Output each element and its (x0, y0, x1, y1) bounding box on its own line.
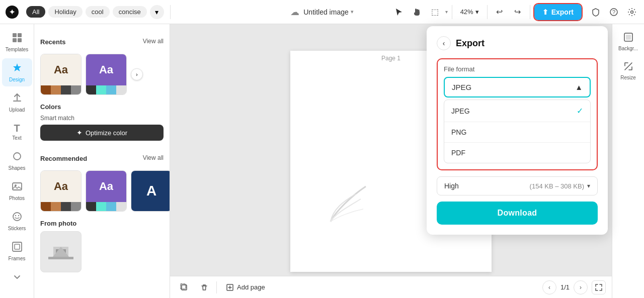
format-option-png[interactable]: PNG (444, 122, 590, 142)
view-all-recents[interactable]: View all (143, 38, 164, 45)
svg-point-17 (18, 215, 19, 216)
svg-rect-10 (13, 38, 17, 42)
shield-icon[interactable] (588, 4, 604, 20)
duplicate-page-button[interactable] (176, 279, 192, 295)
frames-icon (12, 241, 23, 255)
sidebar-item-text[interactable]: T Text (2, 119, 32, 145)
doc-title-arrow-icon: ▾ (351, 9, 354, 15)
select-tool-button[interactable] (391, 4, 407, 20)
recent-card-2[interactable]: Aa (86, 54, 127, 95)
export-upload-icon: ⬆ (542, 8, 548, 16)
recommended-title: Recommended (40, 155, 87, 162)
export-panel: ‹ Export File format JPEG ▲ JPEG ✓ PNG P… (427, 26, 608, 235)
sidebar-item-design[interactable]: Design (2, 58, 32, 86)
topbar-right-icons: ? (588, 4, 640, 20)
left-sidebar: Templates Design Upload T Text (0, 24, 34, 298)
more-icon (12, 271, 23, 285)
svg-rect-29 (626, 35, 631, 40)
recents-next-button[interactable]: › (131, 68, 143, 80)
svg-rect-18 (13, 242, 22, 251)
sidebar-item-shapes[interactable]: Shapes (2, 147, 32, 175)
format-option-jpeg[interactable]: JPEG ✓ (444, 100, 590, 122)
export-back-button[interactable]: ‹ (437, 36, 451, 50)
sidebar-item-stickers[interactable]: Stickers (2, 207, 32, 235)
right-sidebar-background[interactable]: Backgr... (614, 28, 642, 55)
redo-button[interactable]: ↪ (510, 4, 526, 20)
recommended-card-2[interactable]: Aa (86, 170, 127, 212)
zoom-control[interactable]: 42% ▾ (456, 6, 483, 18)
format-option-pdf[interactable]: PDF (444, 143, 590, 163)
optimize-icon: ✦ (76, 129, 83, 137)
tag-all[interactable]: All (26, 6, 45, 18)
sidebar-label-shapes: Shapes (9, 165, 26, 171)
sidebar-label-design: Design (9, 77, 25, 82)
divider-1 (170, 5, 171, 19)
hand-tool-button[interactable] (409, 4, 425, 20)
svg-point-12 (14, 153, 21, 160)
recommended-card-3[interactable]: A (131, 170, 170, 212)
file-format-label: File format (444, 65, 591, 73)
sidebar-item-frames[interactable]: Frames (2, 237, 32, 265)
prev-page-button[interactable]: ‹ (542, 280, 556, 294)
settings-icon[interactable] (624, 4, 640, 20)
divider-2 (452, 5, 452, 19)
zoom-arrow-icon: ▾ (475, 8, 479, 16)
divider-3 (487, 5, 488, 19)
colors-title: Colors (40, 103, 164, 111)
tag-more-button[interactable]: ▾ (150, 5, 164, 19)
next-page-button[interactable]: › (574, 280, 588, 294)
svg-point-15 (13, 213, 21, 221)
sidebar-label-text: Text (12, 135, 21, 141)
sidebar-label-photos: Photos (9, 195, 25, 201)
redo-icon: ↪ (514, 7, 521, 17)
topbar-center: ☁ Untitled image ▾ (290, 7, 354, 18)
resize-icon (623, 61, 633, 74)
templates-icon (12, 32, 23, 46)
sidebar-label-upload: Upload (9, 107, 25, 113)
selected-format-label: JPEG (452, 83, 471, 91)
sidebar-item-upload[interactable]: Upload (2, 88, 32, 117)
undo-button[interactable]: ↩ (492, 4, 508, 20)
download-button[interactable]: Download (437, 202, 598, 225)
frame-tool-button[interactable]: ⬚ (427, 4, 443, 20)
delete-page-button[interactable] (196, 279, 212, 295)
add-page-button[interactable]: Add page (221, 280, 270, 294)
tag-cool[interactable]: cool (86, 6, 110, 18)
sidebar-item-more[interactable] (2, 267, 32, 289)
svg-text:?: ? (612, 9, 615, 15)
stickers-icon (12, 211, 23, 225)
sidebar-item-templates[interactable]: Templates (2, 28, 32, 56)
right-sidebar: Backgr... Resize (612, 24, 644, 298)
svg-point-7 (631, 11, 633, 13)
svg-rect-11 (18, 38, 22, 42)
svg-rect-8 (13, 33, 17, 37)
logo-icon: ✦ (4, 4, 20, 20)
svg-rect-24 (48, 257, 73, 259)
smart-match-label: Smart match (40, 115, 164, 122)
doc-title[interactable]: Untitled image ▾ (303, 8, 354, 16)
from-photo-card[interactable] (40, 231, 82, 272)
right-sidebar-resize[interactable]: Resize (614, 57, 642, 84)
background-icon (623, 32, 633, 45)
sidebar-item-photos[interactable]: Photos (2, 177, 32, 205)
upload-icon (12, 92, 23, 106)
svg-text:✦: ✦ (9, 8, 15, 16)
right-sidebar-background-label: Backgr... (618, 46, 638, 51)
format-select-button[interactable]: JPEG ▲ (444, 77, 591, 97)
optimize-color-button[interactable]: ✦ Optimize color (40, 125, 164, 141)
recents-row: Aa Aa (40, 54, 164, 95)
view-all-recommended[interactable]: View all (143, 154, 164, 161)
right-sidebar-resize-label: Resize (620, 75, 636, 80)
tag-holiday[interactable]: Holiday (48, 6, 82, 18)
page-label: Page 1 (381, 55, 400, 62)
export-button[interactable]: ⬆ Export (534, 4, 582, 20)
recent-card-1[interactable]: Aa (40, 54, 82, 95)
recommended-header: Recommended View all (40, 149, 164, 166)
help-icon[interactable]: ? (606, 4, 622, 20)
frame-arrow-icon: ▾ (445, 9, 448, 15)
fit-to-screen-button[interactable] (592, 280, 606, 294)
sidebar-label-frames: Frames (9, 256, 26, 261)
recommended-card-1[interactable]: Aa (40, 170, 82, 212)
quality-selector[interactable]: High (154 KB – 308 KB) ▾ (437, 176, 598, 195)
tag-concise[interactable]: concise (113, 6, 147, 18)
